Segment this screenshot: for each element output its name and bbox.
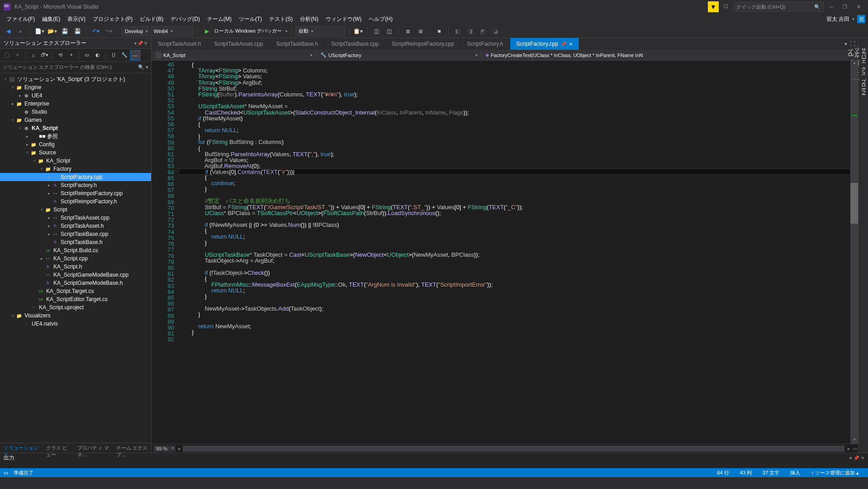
refresh-icon[interactable]: ◐ — [93, 50, 103, 60]
output-dropdown-icon[interactable]: ▾ — [849, 455, 852, 460]
user-badge[interactable]: 習 — [857, 15, 865, 23]
file-tab[interactable]: ScriptTaskAsset.cpp — [208, 38, 270, 50]
notification-flag-icon[interactable]: ▼ — [708, 1, 719, 12]
tree-item[interactable]: ScriptReimpotFactory.h — [0, 197, 151, 206]
menu-item[interactable]: 編集(E) — [38, 14, 64, 24]
menu-item[interactable]: ビルド(B) — [136, 14, 167, 24]
quick-launch-input[interactable]: クイック起動 (Ctrl+Q)🔍 — [733, 2, 824, 12]
tree-item[interactable]: ▸📁Config — [0, 140, 151, 149]
back-icon2[interactable]: ▾ — [13, 50, 23, 60]
file-tab[interactable]: ScriptFactory.h — [461, 38, 510, 50]
tree-item[interactable]: ▸ScriptTaskAsset.cpp — [0, 214, 151, 222]
tree-item[interactable]: KA_Script.Build.cs — [0, 246, 151, 254]
new-project-button[interactable]: 📄▾ — [34, 26, 45, 37]
restore-button[interactable]: ❐ — [839, 2, 851, 12]
nav-back-button[interactable]: ◀ — [3, 26, 14, 37]
tree-item[interactable]: ▿📁Engine — [0, 83, 151, 91]
close-panel-icon[interactable]: ✕ — [144, 41, 147, 46]
tree-item[interactable]: ▸■■ 参照 — [0, 132, 151, 140]
zoom-combo[interactable]: 99 % — [153, 446, 175, 452]
hscroll-track[interactable] — [183, 446, 844, 452]
minimize-button[interactable]: ─ — [825, 2, 837, 12]
tb-icon-3[interactable]: ◫ — [384, 26, 395, 37]
tree-item[interactable]: ▿📁Script — [0, 206, 151, 214]
tree-item[interactable]: ▸ScriptReimpotFactory.cpp — [0, 189, 151, 197]
collapse-icon[interactable]: ⟨⟩ — [109, 50, 119, 60]
tb-icon-9[interactable]: ◩ — [478, 26, 489, 37]
tree-item[interactable]: ▸ScriptFactory.h — [0, 181, 151, 189]
debugger-label[interactable]: ローカル Windows デバッガー — [214, 28, 282, 34]
nav-fwd-button[interactable]: ▸ — [15, 26, 26, 37]
pin-icon[interactable]: 📌 — [138, 41, 143, 46]
tree-item[interactable]: ⬢Studio — [0, 108, 151, 116]
menu-item[interactable]: ウィンドウ(W) — [322, 14, 365, 24]
save-all-button[interactable]: 💾 — [72, 26, 83, 37]
menu-item[interactable]: ヘルプ(H) — [365, 14, 396, 24]
open-button[interactable]: 📂▾ — [47, 26, 57, 37]
output-pin-icon[interactable]: 📌 — [854, 455, 859, 460]
back-icon[interactable]: ◯ — [2, 50, 12, 60]
tool-icon[interactable]: ⚬ — [66, 50, 76, 60]
menu-item[interactable]: テスト(S) — [266, 14, 296, 24]
tree-item[interactable]: ▫UE4.natvis — [0, 320, 151, 328]
start-debug-button[interactable]: ▶ — [201, 26, 212, 37]
menu-item[interactable]: 表示(V) — [64, 14, 89, 24]
tree-item[interactable]: KA_ScriptGameModeBase.cpp — [0, 271, 151, 279]
menu-item[interactable]: ファイル(F) — [3, 14, 38, 24]
toggle-icon[interactable]: 🗗▾ — [39, 50, 49, 60]
tree-item[interactable]: ▸📁Enterprise — [0, 100, 151, 108]
file-tab[interactable]: ScriptTaskBase.h — [270, 38, 325, 50]
config-combo[interactable]: Develop — [122, 26, 149, 36]
user-name[interactable]: 習太 吉田 — [826, 15, 849, 23]
tb-icon-10[interactable]: ◪ — [490, 26, 501, 37]
auto-combo[interactable]: 自動 — [295, 26, 345, 36]
preview-icon[interactable]: — — [130, 50, 140, 60]
file-tab[interactable]: ScriptReimpotFactory.cpp — [386, 38, 461, 50]
tree-item[interactable]: ▿📁Visualizers — [0, 312, 151, 320]
undo-button[interactable]: ↶▾ — [90, 26, 101, 37]
file-tab[interactable]: ScriptTaskAsset.h — [152, 38, 208, 50]
feedback-icon[interactable]: 🗨 — [721, 4, 731, 10]
tree-item[interactable]: ▿⬛ソリューション 'KA_Script' (3 プロジェクト) — [0, 75, 151, 83]
tree-item[interactable]: ▸ScriptFactory.cpp — [0, 173, 151, 181]
tab-class-view[interactable]: クラス ビュー — [43, 443, 74, 453]
tree-item[interactable]: ▿⬢KA_Script — [0, 124, 151, 132]
tree-item[interactable]: ▿📁Factory — [0, 165, 151, 173]
vtab-server-explorer[interactable]: サーバー エクスプローラー — [860, 42, 867, 449]
tree-item[interactable]: ▸ScriptTaskBase.cpp — [0, 230, 151, 238]
tb-icon-7[interactable]: ◧ — [452, 26, 463, 37]
tree-item[interactable]: ▸ScriptTaskAsset.h — [0, 222, 151, 230]
tree-item[interactable]: ScriptTaskBase.h — [0, 238, 151, 246]
tree-item[interactable]: ▿📁Source — [0, 149, 151, 157]
tree-item[interactable]: KA_ScriptGameModeBase.h — [0, 279, 151, 287]
vertical-scrollbar[interactable]: ▴ ▾ — [850, 61, 858, 444]
nav-project-combo[interactable]: ⬛KA_Script — [152, 50, 317, 60]
file-tab[interactable]: ScriptFactory.cpp📌✕ — [510, 38, 579, 50]
tab-solution-explorer[interactable]: ソリューション エ... — [0, 443, 43, 453]
save-button[interactable]: 💾 — [59, 26, 70, 37]
menu-item[interactable]: デバッグ(D) — [167, 14, 204, 24]
output-close-icon[interactable]: ✕ — [861, 455, 864, 460]
tb-icon-8[interactable]: ◨ — [465, 26, 476, 37]
tree-item[interactable]: KA_Script.h — [0, 263, 151, 271]
menu-item[interactable]: ツール(T) — [235, 14, 266, 24]
platform-combo[interactable]: Win64 — [151, 26, 194, 36]
tab-property-manager[interactable]: プロパティ マネ... — [74, 443, 112, 453]
tb-icon-6[interactable]: ■ — [434, 26, 445, 37]
hscroll-left[interactable]: ◂ — [175, 446, 182, 451]
tb-icon-4[interactable]: ≣ — [403, 26, 413, 37]
dropdown-icon[interactable]: ▾ — [134, 41, 137, 46]
tb-icon-5[interactable]: ≣ — [415, 26, 426, 37]
redo-button[interactable]: ↷▾ — [103, 26, 114, 37]
tree-item[interactable]: ▸KA_Script.cpp — [0, 254, 151, 263]
tab-team-explorer[interactable]: チーム エクスプ... — [113, 443, 151, 453]
file-tab[interactable]: ScriptTaskBase.cpp — [325, 38, 385, 50]
show-all-icon[interactable]: ▭ — [82, 50, 92, 60]
home-icon[interactable]: ⌂ — [28, 50, 38, 60]
sync-icon[interactable]: ⟲ — [55, 50, 65, 60]
menu-item[interactable]: プロジェクト(P) — [89, 14, 136, 24]
solution-tree[interactable]: ▿⬛ソリューション 'KA_Script' (3 プロジェクト)▿📁Engine… — [0, 73, 151, 443]
nav-class-combo[interactable]: 🔧UScriptFactory — [317, 50, 482, 60]
close-button[interactable]: ✕ — [853, 2, 864, 12]
prop-icon[interactable]: 🔧 — [119, 50, 129, 60]
